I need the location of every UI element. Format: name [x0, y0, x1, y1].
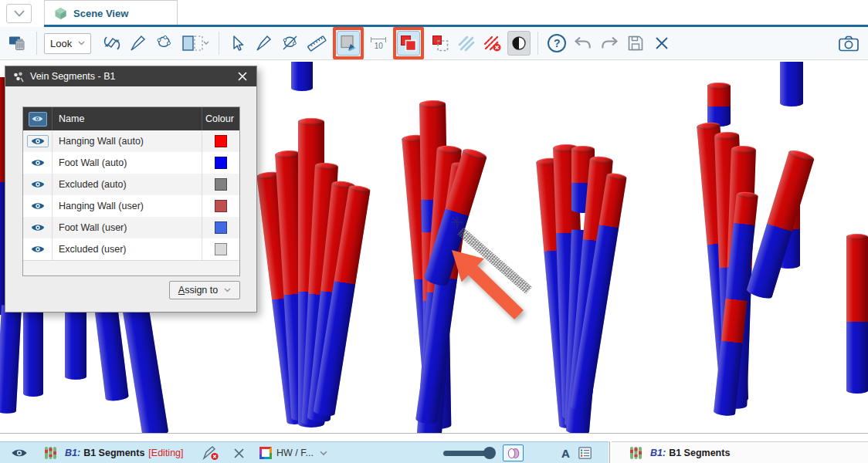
pencil-cancel-icon [202, 445, 219, 461]
save-scene-button[interactable] [624, 31, 647, 56]
properties-list-button[interactable] [578, 442, 592, 463]
tab-scene-view[interactable]: Scene View [44, 0, 178, 25]
eye-icon [31, 158, 45, 167]
vein-segments-icon [12, 71, 24, 83]
assign-to-button[interactable]: Assign to [169, 281, 240, 299]
visibility-toggle[interactable] [23, 195, 53, 217]
contrast-mode-button[interactable] [507, 31, 531, 56]
table-row[interactable]: Excluded (user) [23, 238, 239, 260]
colour-swatch[interactable] [215, 178, 227, 191]
draw-slicer-line-tool[interactable] [127, 31, 150, 56]
assign-to-label: Assign to [178, 285, 218, 296]
scene-cube-icon [54, 7, 67, 20]
polygon-select-tool[interactable] [279, 31, 302, 56]
colour-column-selector[interactable]: HW / F... [276, 442, 314, 463]
eye-icon [27, 135, 49, 147]
rotate-slicer-icon [102, 34, 122, 52]
disks-icon [503, 444, 524, 461]
visibility-toggle[interactable] [23, 152, 53, 174]
select-tool[interactable] [226, 31, 249, 56]
rotate-slicer-tool[interactable] [100, 31, 124, 56]
drillhole-segment-cylinder[interactable] [780, 62, 803, 106]
draw-line-select-tool[interactable] [253, 31, 276, 56]
colour-column-header: Colour [202, 107, 239, 130]
colour-swatch[interactable] [215, 243, 227, 255]
colour-column-value: HW / F... [276, 448, 314, 458]
paint-rectangle-tool[interactable] [429, 31, 452, 56]
screenshot-button[interactable] [836, 32, 862, 55]
table-row[interactable]: Hanging Wall (user) [23, 195, 239, 217]
scene-toolbar: Look [0, 27, 868, 60]
status-bar-right: B1: B1 Segments [612, 441, 868, 463]
clear-scene-icon [8, 34, 27, 52]
tab-label: Scene View [73, 8, 128, 19]
segments-object-icon [43, 442, 57, 463]
colour-swatch[interactable] [215, 221, 227, 234]
measure-tool[interactable] [305, 31, 328, 56]
selection-marquee-line [457, 227, 532, 293]
table-row[interactable]: Hanging Wall (auto) [23, 130, 239, 152]
clear-scene-button[interactable] [6, 31, 29, 56]
colour-swatch[interactable] [215, 135, 227, 147]
redo-button[interactable] [598, 31, 621, 56]
drillhole-segment-cylinder[interactable] [846, 235, 868, 394]
status-bar: B1: B1 Segments [Editing] HW / [0, 441, 868, 463]
cylinder-shading [780, 62, 803, 106]
drillhole-segment-cylinder[interactable] [122, 303, 168, 434]
cursor-arrow-icon [229, 35, 246, 52]
scene-list-chevron-button[interactable] [6, 4, 32, 23]
panel-close-button[interactable] [236, 69, 249, 83]
text-display-button[interactable]: A [561, 442, 570, 463]
segment-name: Foot Wall (auto) [53, 152, 202, 174]
drillhole-segment-cylinder[interactable] [291, 62, 313, 91]
show-as-disks-toggle[interactable] [503, 442, 524, 463]
table-row[interactable]: Foot Wall (auto) [23, 152, 239, 174]
table-row[interactable]: Foot Wall (user) [23, 217, 239, 238]
toolbar-separator [219, 32, 219, 55]
size-slider[interactable] [443, 442, 496, 463]
close-editor-button[interactable] [650, 31, 673, 56]
polygon-slash-icon [281, 34, 300, 52]
remove-from-scene-button[interactable] [233, 442, 245, 463]
colour-swatch[interactable] [215, 200, 227, 212]
ruler-icon [307, 34, 327, 52]
visibility-toggle[interactable] [23, 130, 53, 152]
visibility-toggle-button[interactable] [11, 442, 28, 463]
drillhole-segment-cylinder[interactable] [746, 149, 815, 300]
undo-button[interactable] [571, 31, 595, 56]
clear-painting-tool[interactable] [481, 31, 504, 56]
draw-slicer-polyline-tool[interactable] [153, 31, 176, 56]
paint-segments-tool[interactable] [397, 31, 420, 56]
visibility-toggle[interactable] [23, 217, 53, 238]
colour-cell [202, 238, 239, 260]
drillhole-segment-cylinder[interactable] [65, 306, 86, 380]
table-row[interactable]: Excluded (auto) [23, 174, 239, 195]
help-button[interactable]: ? [545, 31, 568, 56]
stop-editing-button[interactable] [202, 442, 219, 463]
colour-cell [202, 217, 239, 238]
eye-icon [11, 448, 28, 458]
visibility-column-header[interactable] [23, 107, 53, 130]
look-dropdown[interactable]: Look [44, 33, 91, 54]
drillhole-segment-cylinder[interactable] [707, 83, 731, 127]
active-object-label[interactable]: B1: B1 Segments [Editing] [65, 442, 184, 463]
object-prefix: B1: [650, 448, 666, 458]
cylinder-shading [0, 305, 22, 414]
visibility-toggle[interactable] [23, 174, 53, 195]
drillhole-segment-cylinder[interactable] [0, 305, 22, 414]
visibility-toggle[interactable] [23, 238, 53, 260]
draw-interval-selection-tool[interactable] [337, 31, 360, 56]
colour-swatch[interactable] [215, 157, 227, 169]
slicer-width-tool[interactable] [179, 31, 212, 56]
show-unpainted-tool[interactable] [455, 31, 478, 56]
slider-handle[interactable] [483, 447, 496, 459]
drillhole-segment-cylinder[interactable] [23, 306, 43, 397]
segment-name: Excluded (user) [53, 238, 202, 260]
status-bar-left: B1: B1 Segments [Editing] HW / [0, 441, 609, 463]
camera-icon [838, 34, 860, 52]
status-bar-divider [609, 441, 610, 463]
colour-column-chevron[interactable] [320, 442, 327, 463]
selected-object-label[interactable]: B1: B1 Segments [650, 442, 730, 463]
panel-title-bar[interactable]: Vein Segments - B1 [5, 66, 256, 86]
interval-length-tool[interactable]: 10 [368, 37, 388, 50]
